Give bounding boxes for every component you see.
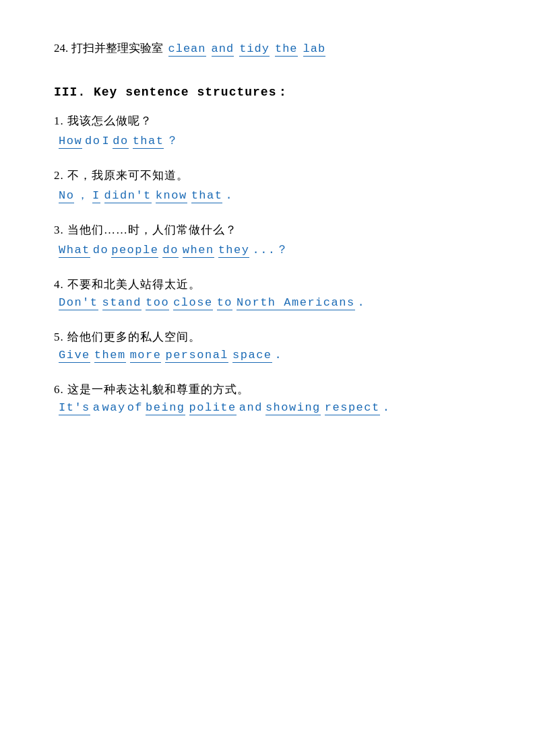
sentence-2-number: 2.: [54, 169, 64, 182]
item24-word-tidy: tidy: [239, 42, 270, 57]
sentence-4-chinese: 4. 不要和北美人站得太近。: [54, 277, 481, 292]
item24-row: 24. 打扫并整理实验室 clean and tidy the lab: [54, 40, 481, 57]
word-no: No: [59, 189, 74, 203]
sentence-5-chinese-text: 给他们更多的私人空间。: [67, 331, 201, 343]
word-do1: do: [85, 135, 100, 147]
sentence-5-chinese: 5. 给他们更多的私人空间。: [54, 329, 481, 345]
word-how: How: [59, 135, 82, 149]
item-24: 24. 打扫并整理实验室 clean and tidy the lab: [54, 40, 481, 57]
word-respect: respect: [325, 401, 380, 415]
sentence-1-chinese: 1. 我该怎么做呢？: [54, 113, 481, 129]
sentence-5-number: 5.: [54, 331, 64, 343]
item24-word-and: and: [212, 42, 234, 57]
word-what: What: [59, 244, 90, 258]
word-dont: Don't: [59, 296, 98, 310]
sentence-3-number: 3.: [54, 224, 64, 236]
word-a: a: [93, 401, 101, 414]
word-of: of: [127, 401, 143, 414]
word-being: being: [146, 401, 185, 415]
word-i2: I: [92, 189, 100, 203]
word-they: they: [218, 244, 250, 258]
word-that2: that: [191, 189, 223, 203]
sentence-4-english: Don't stand too close to North Americans…: [54, 296, 481, 310]
punct-3: ...？: [252, 242, 288, 257]
sentence-6-chinese: 6. 这是一种表达礼貌和尊重的方式。: [54, 382, 481, 397]
punct-6: .: [383, 401, 391, 414]
word-do2: do: [113, 135, 128, 149]
sentence-block-1: 1. 我该怎么做呢？ How do I do that ？: [54, 113, 481, 149]
word-north-americans: North Americans: [237, 296, 355, 310]
item24-chinese: 24. 打扫并整理实验室: [54, 40, 163, 56]
sentence-block-5: 5. 给他们更多的私人空间。 Give them more personal s…: [54, 329, 481, 363]
punct-1: ？: [166, 133, 179, 148]
word-stand: stand: [102, 296, 142, 310]
word-people: people: [111, 244, 158, 258]
sentence-4-chinese-text: 不要和北美人站得太近。: [67, 278, 201, 291]
punct-4: .: [358, 296, 366, 309]
word-too: too: [146, 296, 169, 310]
sentence-6-chinese-text: 这是一种表达礼貌和尊重的方式。: [67, 383, 249, 396]
word-its: It's: [59, 401, 90, 415]
sentence-2-english: No ， I didn't know that .: [54, 187, 481, 203]
word-to: to: [217, 296, 232, 310]
sentence-5-english: Give them more personal space .: [54, 349, 481, 363]
sentence-1-chinese-text: 我该怎么做呢？: [67, 114, 152, 127]
sentence-3-chinese: 3. 当他们……时，人们常做什么？: [54, 222, 481, 238]
sentence-2-chinese-text: 不，我原来可不知道。: [67, 169, 189, 182]
word-give: Give: [59, 349, 90, 363]
item24-word-clean: clean: [168, 42, 206, 57]
sentence-1-number: 1.: [54, 114, 64, 127]
word-showing: showing: [265, 401, 321, 415]
sentence-6-number: 6.: [54, 383, 64, 396]
sentence-4-number: 4.: [54, 278, 64, 291]
sentence-block-3: 3. 当他们……时，人们常做什么？ What do people do when…: [54, 222, 481, 258]
word-them: them: [94, 349, 126, 363]
word-space: space: [232, 349, 272, 363]
word-and2: and: [239, 401, 263, 414]
sentence-block-6: 6. 这是一种表达礼貌和尊重的方式。 It's a way of being p…: [54, 382, 481, 415]
sentence-block-4: 4. 不要和北美人站得太近。 Don't stand too close to …: [54, 277, 481, 310]
sentence-3-english: What do people do when they ...？: [54, 242, 481, 258]
sentence-block-2: 2. 不，我原来可不知道。 No ， I didn't know that .: [54, 168, 481, 203]
sentence-3-chinese-text: 当他们……时，人们常做什么？: [67, 224, 237, 236]
section-title: III. Key sentence structures：: [54, 83, 481, 100]
word-personal: personal: [165, 349, 228, 363]
sentence-6-english: It's a way of being polite and showing r…: [54, 401, 481, 415]
word-do3: do: [93, 244, 108, 256]
item24-word-lab: lab: [303, 42, 326, 57]
word-do4: do: [162, 244, 178, 258]
punct-2b: .: [225, 189, 233, 202]
word-know: know: [156, 189, 187, 203]
word-i1: I: [102, 135, 111, 147]
item24-word-the: the: [275, 42, 298, 57]
word-more: more: [130, 349, 162, 363]
word-close: close: [173, 296, 213, 310]
sentence-1-english: How do I do that ？: [54, 133, 481, 149]
word-polite: polite: [189, 401, 237, 415]
punct-5: .: [275, 349, 283, 362]
word-when: when: [183, 244, 214, 258]
word-didnt: didn't: [104, 189, 152, 203]
punct-2a: ，: [77, 187, 90, 203]
word-way: way: [102, 401, 126, 414]
word-that1: that: [133, 135, 164, 149]
sentence-2-chinese: 2. 不，我原来可不知道。: [54, 168, 481, 183]
